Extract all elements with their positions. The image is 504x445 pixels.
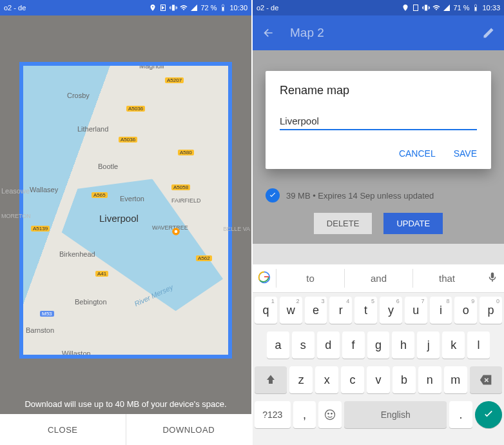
suggestion-bar: to and that xyxy=(253,264,504,293)
signal-icon xyxy=(443,4,451,12)
place-bootle: Bootle xyxy=(98,163,118,170)
key-j[interactable]: j xyxy=(417,331,440,359)
map-selection-frame[interactable]: Maghull Crosby Litherland Bootle Wallase… xyxy=(19,62,232,359)
key-p[interactable]: p0 xyxy=(480,297,502,324)
key-o[interactable]: o9 xyxy=(454,297,477,324)
battery-text: 72 % xyxy=(200,4,217,12)
battery-icon xyxy=(472,4,480,12)
status-bar: o2 - de 71 % 10:33 xyxy=(253,0,504,15)
road-a5036b: A5036 xyxy=(119,137,137,143)
key-x[interactable]: x xyxy=(315,366,338,393)
key-f[interactable]: f xyxy=(342,331,365,359)
battery-icon xyxy=(219,4,227,12)
status-bar: o2 - de 72 % 10:30 xyxy=(0,0,251,15)
place-birkenhead: Birkenhead xyxy=(59,250,95,258)
key-a[interactable]: a xyxy=(267,331,289,359)
key-g[interactable]: g xyxy=(367,331,390,359)
key-s[interactable]: s xyxy=(292,331,315,359)
place-belleva: BELLE VA xyxy=(223,226,250,232)
place-litherland: Litherland xyxy=(77,125,108,133)
cancel-button[interactable]: CANCEL xyxy=(399,148,436,159)
save-button[interactable]: SAVE xyxy=(454,148,477,159)
place-moreton: MORETON xyxy=(1,213,31,219)
backspace-key[interactable] xyxy=(470,366,502,393)
check-icon xyxy=(266,188,280,203)
mic-icon[interactable] xyxy=(481,272,504,286)
map-canvas[interactable]: Maghull Crosby Litherland Bootle Wallase… xyxy=(23,66,228,355)
battery-text: 71 % xyxy=(453,4,469,12)
vibrate-icon xyxy=(422,4,430,12)
svg-point-5 xyxy=(331,413,333,415)
road-a5139: A5139 xyxy=(31,226,50,232)
edit-icon[interactable] xyxy=(482,26,495,39)
delete-button[interactable]: DELETE xyxy=(314,213,373,234)
key-h[interactable]: h xyxy=(392,331,414,359)
map-info-text: 39 MB • Expires 14 Sep unless updated xyxy=(286,191,434,201)
location-icon xyxy=(402,4,409,12)
update-button[interactable]: UPDATE xyxy=(383,213,443,234)
nfc-icon xyxy=(412,4,420,12)
space-key[interactable]: English xyxy=(344,401,447,428)
rename-dialog: Rename map CANCEL SAVE xyxy=(266,71,491,169)
close-button[interactable]: CLOSE xyxy=(0,414,126,445)
suggestion-1[interactable]: to xyxy=(276,269,344,288)
suggestion-2[interactable]: and xyxy=(344,269,412,288)
phone-right: o2 - de 71 % 10:33 Map 2 39 MB • Expires… xyxy=(253,0,504,445)
status-carrier: o2 - de xyxy=(4,4,26,12)
key-w[interactable]: w2 xyxy=(280,297,302,324)
key-d[interactable]: d xyxy=(317,331,340,359)
road-a5036a: A5036 xyxy=(126,106,145,112)
key-y[interactable]: y6 xyxy=(380,297,402,324)
key-r[interactable]: r4 xyxy=(329,297,352,324)
key-i[interactable]: i8 xyxy=(430,297,452,324)
shift-key[interactable] xyxy=(255,366,287,393)
road-a41: A41 xyxy=(95,271,108,277)
place-crosby: Crosby xyxy=(67,92,90,99)
period-key[interactable]: . xyxy=(449,401,472,428)
signal-icon xyxy=(190,4,198,12)
key-n[interactable]: n xyxy=(418,366,441,393)
key-e[interactable]: e3 xyxy=(305,297,327,324)
clock-text: 10:33 xyxy=(482,4,500,12)
keyboard: to and that q1w2e3r4t5y6u7i8o9p0 asdfghj… xyxy=(253,264,504,445)
comma-key[interactable]: , xyxy=(293,401,316,428)
place-barnston: Barnston xyxy=(26,326,54,334)
location-icon xyxy=(149,4,157,12)
emoji-key[interactable] xyxy=(318,401,342,428)
key-c[interactable]: c xyxy=(341,366,364,393)
rename-input[interactable] xyxy=(280,113,477,130)
key-m[interactable]: m xyxy=(444,366,467,393)
dialog-title: Rename map xyxy=(280,84,477,97)
key-u[interactable]: u7 xyxy=(405,297,427,324)
key-b[interactable]: b xyxy=(393,366,416,393)
status-carrier: o2 - de xyxy=(257,4,278,12)
download-button[interactable]: DOWNLOAD xyxy=(126,414,252,445)
download-footer: CLOSE DOWNLOAD xyxy=(0,414,251,445)
vibrate-icon xyxy=(170,4,177,12)
road-a565: A565 xyxy=(92,192,108,198)
key-q[interactable]: q1 xyxy=(255,297,277,324)
symbols-key[interactable]: ?123 xyxy=(255,401,291,428)
key-l[interactable]: l xyxy=(467,331,490,359)
svg-point-4 xyxy=(328,413,329,415)
dialog-actions: CANCEL SAVE xyxy=(280,148,477,163)
key-z[interactable]: z xyxy=(289,366,313,393)
road-a562: A562 xyxy=(196,255,212,261)
place-liverpool: Liverpool xyxy=(99,213,139,224)
place-maghull: Maghull xyxy=(139,62,164,70)
back-icon[interactable] xyxy=(262,26,275,39)
svg-point-3 xyxy=(325,410,335,420)
nfc-icon xyxy=(159,4,167,12)
suggestion-3[interactable]: that xyxy=(412,269,481,288)
svg-point-1 xyxy=(175,230,178,233)
key-t[interactable]: t5 xyxy=(354,297,377,324)
key-v[interactable]: v xyxy=(367,366,390,393)
key-k[interactable]: k xyxy=(442,331,465,359)
key-row-3: zxcvbnm xyxy=(253,362,504,397)
place-bebington: Bebington xyxy=(75,298,107,306)
road-m53: M53 xyxy=(40,311,54,317)
google-icon[interactable] xyxy=(253,271,276,286)
poi-pin-icon xyxy=(171,227,180,236)
enter-key[interactable] xyxy=(475,401,502,428)
toolbar: Map 2 xyxy=(253,15,504,50)
